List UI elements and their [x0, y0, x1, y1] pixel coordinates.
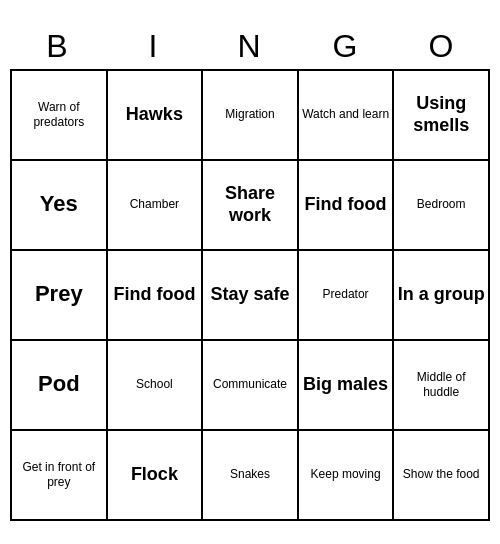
bingo-header: BINGO [10, 24, 490, 69]
bingo-cell-12: Stay safe [203, 251, 299, 341]
bingo-cell-3: Watch and learn [299, 71, 395, 161]
bingo-cell-11: Find food [108, 251, 204, 341]
header-letter-B: B [10, 24, 106, 69]
bingo-cell-4: Using smells [394, 71, 490, 161]
bingo-cell-18: Big males [299, 341, 395, 431]
bingo-grid: Warn of predatorsHawksMigrationWatch and… [10, 69, 490, 521]
bingo-cell-6: Chamber [108, 161, 204, 251]
bingo-cell-21: Flock [108, 431, 204, 521]
bingo-cell-5: Yes [12, 161, 108, 251]
bingo-cell-0: Warn of predators [12, 71, 108, 161]
bingo-cell-17: Communicate [203, 341, 299, 431]
header-letter-O: O [394, 24, 490, 69]
bingo-cell-2: Migration [203, 71, 299, 161]
bingo-cell-19: Middle of huddle [394, 341, 490, 431]
bingo-cell-24: Show the food [394, 431, 490, 521]
header-letter-N: N [202, 24, 298, 69]
bingo-cell-8: Find food [299, 161, 395, 251]
bingo-cell-20: Get in front of prey [12, 431, 108, 521]
bingo-cell-16: School [108, 341, 204, 431]
bingo-card: BINGO Warn of predatorsHawksMigrationWat… [10, 24, 490, 521]
bingo-cell-15: Pod [12, 341, 108, 431]
header-letter-G: G [298, 24, 394, 69]
bingo-cell-14: In a group [394, 251, 490, 341]
bingo-cell-9: Bedroom [394, 161, 490, 251]
bingo-cell-1: Hawks [108, 71, 204, 161]
bingo-cell-23: Keep moving [299, 431, 395, 521]
bingo-cell-22: Snakes [203, 431, 299, 521]
header-letter-I: I [106, 24, 202, 69]
bingo-cell-13: Predator [299, 251, 395, 341]
bingo-cell-7: Share work [203, 161, 299, 251]
bingo-cell-10: Prey [12, 251, 108, 341]
